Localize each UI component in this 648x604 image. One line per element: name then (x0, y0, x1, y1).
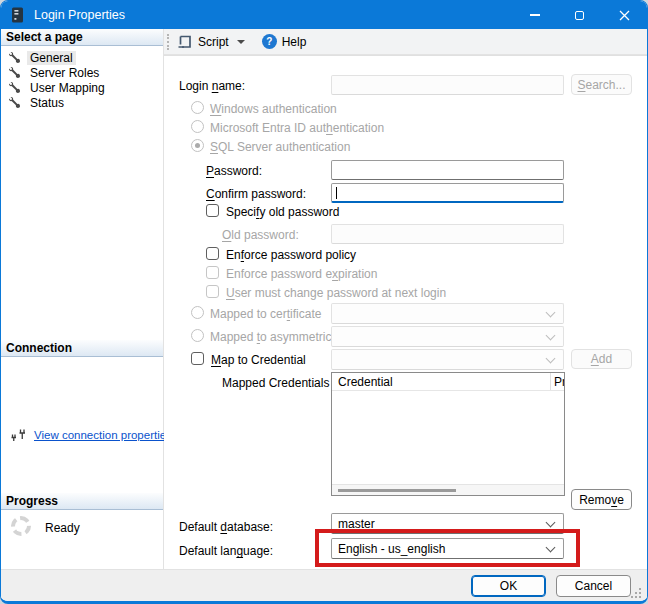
windows-authentication-radio (191, 101, 204, 114)
login-properties-window: Login Properties Select a page General S… (0, 0, 648, 604)
sidebar-item-label: General (27, 51, 76, 65)
scrollbar-thumb[interactable] (338, 489, 456, 492)
script-icon (177, 34, 193, 50)
list-header: Credential Pro (332, 373, 564, 391)
default-language-value: English - us_english (338, 542, 445, 556)
sidebar-item-label: Status (27, 96, 67, 110)
horizontal-scrollbar[interactable] (332, 484, 564, 495)
default-database-label: Default database: (179, 520, 273, 534)
progress-header: Progress (1, 493, 163, 510)
connection-header: Connection (1, 340, 163, 357)
mapped-to-asymmetric-key-radio (191, 329, 204, 342)
connection-icon (10, 428, 27, 442)
script-button-label: Script (198, 35, 229, 49)
default-language-dropdown[interactable]: English - us_english (331, 538, 564, 559)
wrench-icon (9, 97, 20, 108)
server-app-icon (11, 7, 24, 23)
footer-bar (1, 569, 647, 602)
password-label: Password: (206, 164, 262, 178)
mapped-credentials-list[interactable]: Credential Pro (331, 372, 565, 496)
confirm-password-label: Confirm password: (206, 187, 306, 201)
script-button[interactable]: Script (173, 31, 233, 53)
page-list: General Server Roles User Mapping Status (1, 50, 163, 110)
minimize-button[interactable] (512, 1, 557, 29)
close-icon (619, 10, 630, 21)
confirm-password-input[interactable] (331, 183, 564, 203)
sidebar-item-label: Server Roles (27, 66, 102, 80)
old-password-input (331, 224, 564, 244)
sql-server-authentication-label: SQL Server authentication (210, 140, 350, 154)
login-name-label: Login name: (179, 79, 245, 93)
help-button-label: Help (282, 35, 307, 49)
ok-button[interactable]: OK (471, 575, 546, 597)
mapped-to-certificate-label: Mapped to certificate (210, 307, 321, 321)
map-to-credential-checkbox[interactable] (191, 352, 204, 365)
wrench-icon (9, 52, 20, 63)
select-a-page-header: Select a page (1, 29, 163, 46)
chevron-down-icon (546, 518, 556, 528)
search-button: Search... (571, 74, 632, 95)
help-icon (262, 34, 277, 49)
sql-server-authentication-radio (191, 139, 204, 152)
cancel-button[interactable]: Cancel (556, 575, 631, 597)
titlebar[interactable]: Login Properties (1, 1, 647, 29)
password-input[interactable] (331, 160, 564, 180)
chevron-down-icon (546, 354, 556, 364)
mapped-to-certificate-radio (191, 306, 204, 319)
resize-grip[interactable] (639, 596, 641, 598)
asymmetric-key-dropdown (331, 326, 564, 347)
enforce-password-expiration-checkbox (206, 266, 219, 279)
credential-dropdown (331, 349, 564, 370)
sidebar-item-label: User Mapping (27, 81, 108, 95)
maximize-button[interactable] (557, 1, 602, 29)
window-title: Login Properties (34, 8, 125, 22)
minimize-icon (530, 14, 540, 16)
toolbar-grip[interactable] (167, 34, 169, 50)
wrench-icon (9, 82, 20, 93)
entra-authentication-radio (191, 120, 204, 133)
enforce-password-policy-checkbox[interactable] (206, 247, 219, 260)
windows-authentication-label: Windows authentication (210, 102, 337, 116)
sidebar: Select a page General Server Roles User … (1, 29, 164, 569)
maximize-icon (575, 11, 584, 20)
old-password-label: Old password: (222, 228, 299, 242)
user-must-change-password-checkbox (206, 285, 219, 298)
default-database-dropdown[interactable]: master (331, 513, 564, 534)
sidebar-item-general[interactable]: General (1, 50, 163, 65)
chevron-down-icon (546, 308, 556, 318)
wrench-icon (9, 67, 20, 78)
chevron-down-icon (546, 331, 556, 341)
column-divider[interactable] (550, 373, 551, 391)
chevron-down-icon (546, 543, 556, 553)
script-dropdown-arrow-icon[interactable] (237, 40, 245, 44)
specify-old-password-checkbox[interactable] (206, 204, 219, 217)
mapped-credentials-label: Mapped Credentials (222, 376, 329, 390)
text-caret (336, 187, 337, 199)
provider-column-header[interactable]: Pro (554, 375, 564, 389)
progress-spinner-icon (11, 516, 31, 536)
enforce-password-expiration-label: Enforce password expiration (226, 267, 377, 281)
entra-authentication-label: Microsoft Entra ID authentication (210, 121, 384, 135)
add-button: Add (571, 349, 632, 369)
toolbar: Script Help (164, 29, 647, 55)
progress-status: Ready (45, 521, 80, 535)
close-button[interactable] (602, 1, 647, 29)
credential-column-header[interactable]: Credential (338, 375, 393, 389)
specify-old-password-label: Specify old password (226, 205, 339, 219)
map-to-credential-label: Map to Credential (211, 353, 306, 367)
default-language-label: Default language: (179, 544, 273, 558)
remove-button[interactable]: Remove (571, 489, 632, 510)
default-database-value: master (338, 517, 375, 531)
enforce-password-policy-label: Enforce password policy (226, 248, 356, 262)
certificate-dropdown (331, 303, 564, 324)
sidebar-item-user-mapping[interactable]: User Mapping (1, 80, 163, 95)
sidebar-item-server-roles[interactable]: Server Roles (1, 65, 163, 80)
sidebar-item-status[interactable]: Status (1, 95, 163, 110)
help-button[interactable]: Help (253, 31, 311, 53)
login-name-input (331, 75, 564, 95)
user-must-change-password-label: User must change password at next login (226, 286, 446, 300)
view-connection-properties-link[interactable]: View connection properties (34, 429, 172, 441)
